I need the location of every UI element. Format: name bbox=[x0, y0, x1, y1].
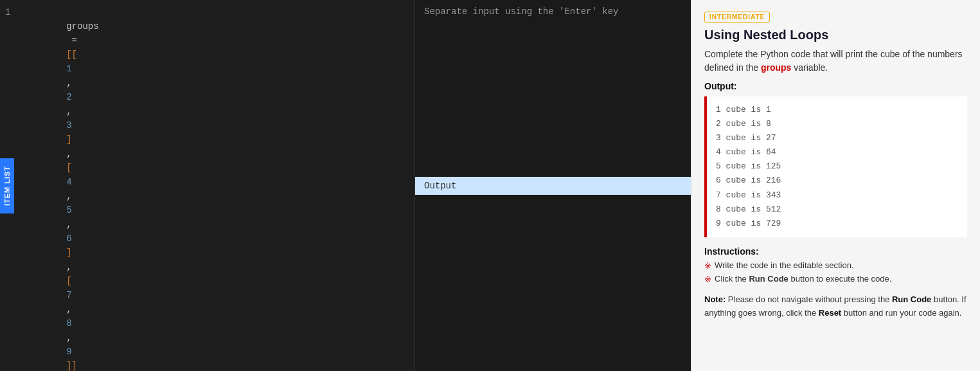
io-panel: Separate input using the 'Enter' key Out… bbox=[414, 0, 691, 371]
description-text-2: variable. bbox=[791, 62, 828, 73]
input-area[interactable]: Separate input using the 'Enter' key bbox=[415, 0, 691, 177]
note-section: Note: Please do not navigate without pre… bbox=[704, 293, 967, 320]
instructions-list: ※ Write the code in the editable section… bbox=[704, 260, 967, 284]
output-line: 1 cube is 1 bbox=[716, 103, 958, 117]
code-editor[interactable]: 1 groups = [[ 1 , 2 , 3 ] , [ 4 , 5 , 6 … bbox=[0, 0, 414, 371]
note-label: Note: bbox=[704, 294, 726, 304]
output-section-label: Output: bbox=[704, 81, 967, 91]
output-line: 8 cube is 512 bbox=[716, 203, 958, 217]
output-line: 7 cube is 343 bbox=[716, 188, 958, 203]
description-text-1: Complete the Python code that will print… bbox=[704, 49, 963, 73]
input-placeholder: Separate input using the 'Enter' key bbox=[424, 6, 618, 17]
output-line: 2 cube is 8 bbox=[716, 117, 958, 131]
line-number-1: 1 bbox=[5, 5, 18, 19]
panel-title: Using Nested Loops bbox=[704, 28, 967, 42]
editor-panel: ITEM LIST 1 groups = [[ 1 , 2 , 3 ] , [ … bbox=[0, 0, 414, 371]
instruction-item-2: ※ Click the Run Code button to execute t… bbox=[704, 274, 967, 284]
output-line: 4 cube is 64 bbox=[716, 145, 958, 159]
info-panel: INTERMEDIATE Using Nested Loops Complete… bbox=[691, 0, 980, 371]
output-header: Output bbox=[415, 177, 691, 195]
instruction-item-1: ※ Write the code in the editable section… bbox=[704, 260, 967, 271]
instruction-text-1: Write the code in the editable section. bbox=[715, 260, 854, 270]
difficulty-badge: INTERMEDIATE bbox=[704, 12, 770, 23]
highlight-groups: groups bbox=[761, 62, 791, 73]
instruction-icon-1: ※ bbox=[704, 261, 711, 271]
note-body: Please do not navigate without pressing … bbox=[704, 294, 967, 318]
panel-description: Complete the Python code that will print… bbox=[704, 48, 967, 75]
instructions-label: Instructions: bbox=[704, 246, 967, 257]
expected-output-block: 1 cube is 12 cube is 83 cube is 274 cube… bbox=[704, 96, 967, 237]
instruction-icon-2: ※ bbox=[704, 275, 711, 284]
output-line: 3 cube is 27 bbox=[716, 131, 958, 145]
code-content-1: groups = [[ 1 , 2 , 3 ] , [ 4 , 5 , 6 ] … bbox=[23, 5, 99, 371]
output-line: 6 cube is 216 bbox=[716, 174, 958, 188]
output-line: 9 cube is 729 bbox=[716, 217, 958, 231]
output-line: 5 cube is 125 bbox=[716, 159, 958, 174]
instruction-text-2: Click the Run Code button to execute the… bbox=[715, 274, 891, 284]
output-area bbox=[415, 195, 691, 372]
code-line-1: 1 groups = [[ 1 , 2 , 3 ] , [ 4 , 5 , 6 … bbox=[0, 5, 414, 371]
item-list-tab[interactable]: ITEM LIST bbox=[0, 158, 14, 213]
